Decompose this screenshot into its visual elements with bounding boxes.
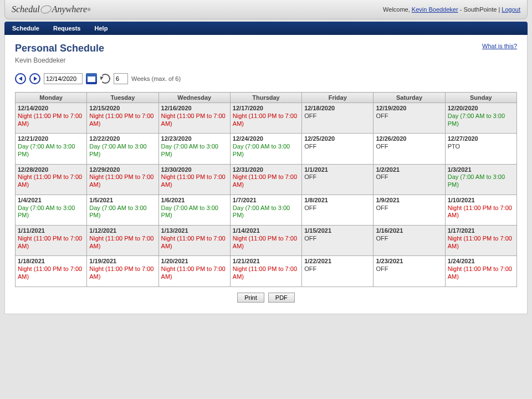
schedule-cell: 12/30/2020Night (11:00 PM to 7:00 AM) (158, 164, 230, 195)
cell-shift: Night (11:00 PM to 7:00 AM) (233, 235, 299, 250)
cell-date: 1/11/2021 (18, 227, 84, 235)
day-header: Friday (302, 93, 374, 103)
cell-shift: Day (7:00 AM to 3:00 PM) (89, 204, 156, 220)
nav-schedule[interactable]: Schedule (12, 25, 39, 32)
next-button[interactable] (29, 73, 40, 84)
cell-shift: Night (11:00 PM to 7:00 AM) (233, 112, 299, 128)
schedule-cell: 12/16/2020Night (11:00 PM to 7:00 AM) (158, 103, 230, 134)
cell-date: 1/3/2021 (448, 166, 514, 174)
cell-shift: OFF (376, 265, 442, 273)
cell-date: 1/12/2021 (89, 227, 156, 235)
logo-reg: ® (87, 7, 91, 12)
cell-date: 12/20/2020 (448, 105, 514, 112)
cell-date: 1/24/2021 (448, 258, 514, 265)
cell-shift: Night (11:00 PM to 7:00 AM) (18, 265, 84, 281)
cell-date: 12/15/2020 (89, 105, 156, 112)
schedule-cell: 1/8/2021OFF (302, 195, 374, 225)
page-subtitle: Kevin Boeddeker (15, 57, 104, 64)
cell-shift: OFF (304, 112, 371, 120)
cell-date: 1/19/2021 (89, 258, 156, 265)
cell-shift: Night (11:00 PM to 7:00 AM) (89, 235, 156, 250)
cell-shift: Night (11:00 PM to 7:00 AM) (233, 173, 299, 189)
schedule-cell: 1/3/2021Day (7:00 AM to 3:00 PM) (445, 164, 516, 195)
cell-shift: Day (7:00 AM to 3:00 PM) (448, 173, 514, 189)
pdf-button[interactable]: PDF (268, 293, 295, 303)
day-header: Thursday (230, 93, 301, 103)
cell-shift: OFF (376, 112, 442, 120)
cell-date: 12/22/2020 (89, 135, 156, 143)
cell-date: 1/15/2021 (304, 227, 371, 235)
logout-link[interactable]: Logout (502, 6, 520, 13)
schedule-table: MondayTuesdayWednesdayThursdayFridaySatu… (15, 92, 517, 287)
cell-date: 1/1/2021 (304, 166, 371, 174)
schedule-cell: 1/6/2021Day (7:00 AM to 3:00 PM) (158, 195, 230, 225)
cell-date: 12/26/2020 (376, 135, 442, 143)
welcome-text: Welcome, Kevin Boeddeker - SouthPointe |… (383, 6, 520, 13)
cell-shift: Night (11:00 PM to 7:00 AM) (18, 235, 84, 250)
calendar-icon[interactable] (86, 73, 97, 84)
cell-date: 1/14/2021 (233, 227, 299, 235)
cell-shift: Day (7:00 AM to 3:00 PM) (233, 143, 299, 158)
prev-button[interactable] (15, 73, 26, 84)
cell-shift: Night (11:00 PM to 7:00 AM) (161, 235, 228, 250)
cell-date: 1/22/2021 (304, 258, 371, 265)
logo-text-post: Anywhere (52, 4, 87, 14)
cell-date: 12/19/2020 (376, 105, 442, 112)
schedule-cell: 12/15/2020Night (11:00 PM to 7:00 AM) (87, 103, 158, 134)
cell-shift: Day (7:00 AM to 3:00 PM) (161, 143, 228, 158)
schedule-cell: 1/10/2021Night (11:00 PM to 7:00 AM) (445, 195, 516, 225)
schedule-row: 12/28/2020Night (11:00 PM to 7:00 AM)12/… (16, 164, 517, 195)
header-row: MondayTuesdayWednesdayThursdayFridaySatu… (16, 93, 517, 103)
cell-shift: Day (7:00 AM to 3:00 PM) (18, 143, 84, 158)
cell-date: 1/5/2021 (89, 197, 156, 204)
schedule-cell: 12/20/2020Day (7:00 AM to 3:00 PM) (445, 103, 516, 134)
schedule-cell: 1/2/2021OFF (374, 164, 445, 195)
cell-date: 1/4/2021 (18, 197, 84, 204)
arrow-left-icon (19, 76, 22, 81)
cell-date: 12/16/2020 (161, 105, 228, 112)
schedule-cell: 12/19/2020OFF (374, 103, 445, 134)
schedule-cell: 12/23/2020Day (7:00 AM to 3:00 PM) (158, 134, 230, 164)
schedule-cell: 12/25/2020OFF (302, 134, 374, 164)
schedule-row: 12/21/2020Day (7:00 AM to 3:00 PM)12/22/… (16, 134, 517, 164)
cell-date: 1/6/2021 (161, 197, 228, 204)
cell-date: 1/13/2021 (161, 227, 228, 235)
what-is-this-link[interactable]: What is this? (482, 43, 517, 49)
refresh-icon[interactable] (100, 74, 110, 84)
page-title: Personal Schedule (15, 43, 104, 54)
cell-shift: OFF (376, 143, 442, 151)
schedule-cell: 1/23/2021OFF (374, 256, 445, 287)
schedule-cell: 1/16/2021OFF (374, 226, 445, 256)
schedule-cell: 1/15/2021OFF (302, 226, 374, 256)
schedule-cell: 12/28/2020Night (11:00 PM to 7:00 AM) (16, 164, 87, 195)
schedule-cell: 1/1/2021OFF (302, 164, 374, 195)
date-input[interactable] (44, 73, 83, 84)
schedule-cell: 1/21/2021Night (11:00 PM to 7:00 AM) (230, 256, 301, 287)
cell-shift: Day (7:00 AM to 3:00 PM) (161, 204, 228, 220)
cell-date: 1/21/2021 (233, 258, 299, 265)
schedule-cell: 12/24/2020Day (7:00 AM to 3:00 PM) (230, 134, 301, 164)
schedule-cell: 12/29/2020Night (11:00 PM to 7:00 AM) (87, 164, 158, 195)
print-button[interactable]: Print (237, 293, 264, 303)
cell-date: 1/17/2021 (448, 227, 514, 235)
cell-shift: Night (11:00 PM to 7:00 AM) (448, 265, 514, 281)
logo: Schedul Anywhere ® (12, 4, 91, 14)
schedule-cell: 12/18/2020OFF (302, 103, 374, 134)
nav-bar: Schedule Requests Help (4, 22, 528, 35)
cell-shift: OFF (376, 204, 442, 212)
user-link[interactable]: Kevin Boeddeker (412, 6, 458, 13)
actions: Print PDF (15, 293, 517, 303)
cell-date: 12/25/2020 (304, 135, 371, 143)
cell-shift: Night (11:00 PM to 7:00 AM) (18, 173, 84, 189)
cell-shift: Night (11:00 PM to 7:00 AM) (89, 173, 156, 189)
nav-help[interactable]: Help (95, 25, 108, 32)
nav-requests[interactable]: Requests (53, 25, 81, 32)
schedule-cell: 1/9/2021OFF (374, 195, 445, 225)
schedule-cell: 1/24/2021Night (11:00 PM to 7:00 AM) (445, 256, 516, 287)
weeks-input[interactable] (114, 73, 128, 84)
cell-shift: Day (7:00 AM to 3:00 PM) (18, 204, 84, 220)
schedule-cell: 12/27/2020PTO (445, 134, 516, 164)
cell-date: 1/7/2021 (233, 197, 299, 204)
cell-date: 12/23/2020 (161, 135, 228, 143)
cell-date: 1/16/2021 (376, 227, 442, 235)
